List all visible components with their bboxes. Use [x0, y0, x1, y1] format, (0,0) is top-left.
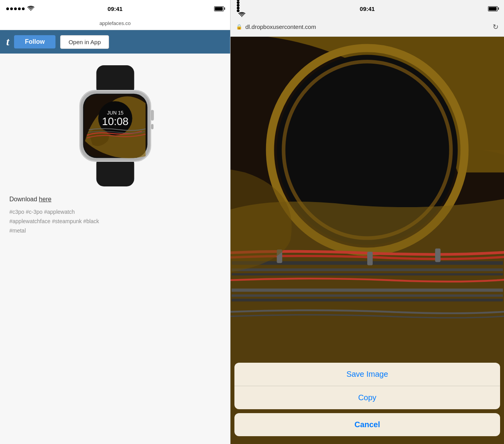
status-bar-right: 09:41 — [231, 0, 504, 17]
url-bar-left: applefaces.co — [0, 17, 230, 30]
right-signal-dot-2 — [237, 1, 239, 4]
left-url: applefaces.co — [99, 20, 130, 26]
tumblr-nav: t Follow Open in App — [0, 30, 230, 54]
wifi-icon — [27, 6, 34, 11]
right-time: 09:41 — [360, 5, 375, 12]
tumblr-logo: t — [6, 36, 9, 48]
lock-icon: 🔒 — [236, 24, 242, 30]
right-url[interactable]: dl.dropboxusercontent.com — [245, 23, 490, 30]
context-menu-cancel: Cancel — [234, 413, 500, 436]
svg-rect-22 — [367, 252, 373, 265]
status-bar-left: 09:41 — [0, 0, 230, 17]
battery-left — [214, 6, 224, 11]
svg-text:10:08: 10:08 — [102, 115, 129, 127]
right-signal-dot-4 — [237, 7, 239, 9]
right-battery-box — [488, 6, 498, 11]
svg-rect-9 — [151, 110, 154, 120]
context-menu-group: Save Image Copy — [234, 363, 500, 409]
browser-bar-right: 🔒 dl.dropboxusercontent.com ↻ — [231, 17, 504, 37]
watch-container: JUN 15 10:08 — [64, 65, 166, 186]
left-content: JUN 15 10:08 Download here #c3po #c-3po … — [0, 54, 230, 444]
signal-dot-5 — [22, 7, 25, 10]
hashtags: #c3po #c-3po #applewatch #applewatchface… — [8, 208, 99, 235]
right-signal-dot-5 — [237, 9, 239, 12]
right-panel: 09:41 🔒 dl.dropboxusercontent.com ↻ — [231, 0, 504, 444]
svg-rect-10 — [151, 124, 154, 129]
context-menu-overlay: Save Image Copy Cancel — [231, 363, 504, 444]
download-link[interactable]: here — [39, 196, 52, 202]
right-signal-dot-3 — [237, 4, 239, 7]
left-panel: 09:41 applefaces.co t Follow Open in App — [0, 0, 231, 444]
apple-watch-image: JUN 15 10:08 — [64, 65, 166, 186]
reload-icon[interactable]: ↻ — [493, 23, 499, 31]
battery-fill — [215, 7, 223, 11]
signal-dot-3 — [14, 7, 17, 10]
image-area: Save Image Copy Cancel — [231, 37, 504, 444]
right-battery — [488, 6, 498, 11]
copy-button[interactable]: Copy — [234, 386, 500, 409]
signal-dots — [6, 6, 34, 11]
left-time: 09:41 — [107, 5, 122, 12]
signal-dot-4 — [18, 7, 21, 10]
svg-text:JUN 15: JUN 15 — [107, 110, 123, 116]
cancel-button[interactable]: Cancel — [234, 413, 500, 436]
signal-dot-1 — [6, 7, 9, 10]
right-signal-dots — [237, 0, 245, 19]
svg-rect-23 — [435, 249, 441, 262]
open-in-app-button[interactable]: Open in App — [60, 35, 109, 49]
right-battery-fill — [489, 7, 497, 11]
follow-button[interactable]: Follow — [14, 35, 56, 48]
battery-box — [214, 6, 224, 11]
save-image-button[interactable]: Save Image — [234, 363, 500, 386]
signal-dot-2 — [10, 7, 13, 10]
download-text: Download here — [8, 196, 52, 203]
right-wifi-icon — [238, 12, 245, 18]
